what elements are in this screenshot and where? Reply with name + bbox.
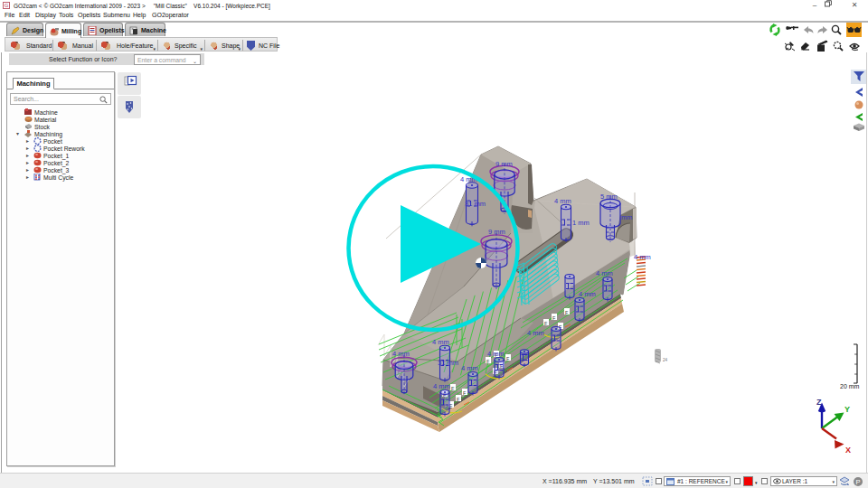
svg-text:P: P (856, 478, 861, 486)
